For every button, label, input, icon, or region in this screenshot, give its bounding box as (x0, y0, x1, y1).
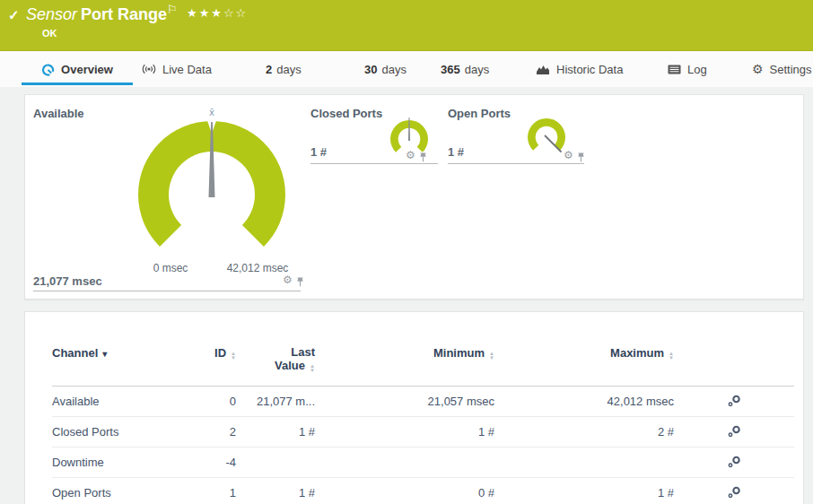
cell-id: 0 (187, 395, 236, 408)
column-header-value-label: Value (275, 359, 305, 372)
tab-2-days-number: 2 (266, 63, 272, 76)
tab-365-days-number: 365 (441, 63, 460, 76)
tab-30-days-label: days (381, 63, 406, 76)
gauge-open-ports-title: Open Ports (448, 107, 511, 120)
historic-chart-icon (536, 64, 550, 75)
column-header-minimum-label: Minimum (433, 346, 485, 360)
column-header-channel-label: Channel (52, 346, 98, 360)
table-row-downtime: Downtime -4 (52, 448, 794, 478)
gauge-pin-icon[interactable] (577, 152, 585, 162)
column-header-channel[interactable]: Channel▾ (52, 346, 187, 360)
gauge-divider (310, 163, 438, 164)
cell-last-value: 1 # (236, 425, 315, 439)
gauge-available-dial: x̄ (122, 100, 302, 280)
cell-maximum: 2 # (494, 425, 674, 439)
mean-marker: x̄ (209, 107, 214, 117)
tab-log[interactable]: Log (668, 51, 707, 87)
cell-channel: Open Ports (52, 486, 187, 500)
cell-channel: Downtime (52, 456, 187, 469)
column-header-last-label: Last (236, 345, 315, 359)
tab-overview[interactable]: Overview (22, 51, 133, 87)
table-row-open-ports: Open Ports 1 1 # 0 # 1 # (52, 478, 794, 504)
active-tab-underline (22, 83, 133, 85)
tab-365-days-label: days (465, 63, 489, 76)
channel-settings-icon[interactable] (727, 456, 742, 469)
sort-icon: ▲▼ (310, 364, 315, 373)
gauge-gear-icon[interactable]: ⚙ (564, 151, 573, 161)
sort-icon: ▲▼ (669, 352, 674, 361)
gauge-divider (33, 291, 301, 291)
gauge-gear-icon[interactable]: ⚙ (283, 275, 293, 285)
tab-2-days-label: days (276, 63, 301, 76)
status-check-icon: ✓ (8, 7, 20, 23)
log-list-icon (668, 65, 681, 74)
cell-minimum: 0 # (315, 486, 494, 500)
column-header-last-value[interactable]: Last Value▲▼ (236, 345, 315, 373)
tab-settings[interactable]: ⚙ Settings (752, 51, 812, 87)
cell-channel: Closed Ports (52, 425, 187, 439)
gauge-available-value: 21,077 msec (33, 274, 102, 288)
gauge-open-ports-dial (524, 113, 569, 158)
cell-minimum: 21,057 msec (315, 395, 494, 408)
tab-settings-label: Settings (770, 63, 812, 76)
gauge-open-ports-value: 1 # (448, 145, 464, 159)
cell-minimum: 1 # (315, 425, 494, 439)
gauge-closed-ports-title: Closed Ports (310, 107, 382, 120)
sensor-kind-label: Sensor (26, 5, 77, 24)
tab-30-days[interactable]: 30 days (364, 51, 406, 87)
channel-settings-icon[interactable] (727, 486, 742, 500)
column-header-id[interactable]: ID▲▼ (187, 346, 236, 361)
sort-desc-icon: ▾ (102, 349, 107, 359)
cell-id: 1 (187, 486, 236, 500)
gauge-gear-icon[interactable]: ⚙ (406, 151, 415, 161)
column-header-minimum[interactable]: Minimum▲▼ (315, 346, 494, 361)
tab-historic-data-label: Historic Data (556, 63, 623, 76)
column-header-id-label: ID (214, 346, 226, 360)
tab-30-days-number: 30 (364, 63, 377, 76)
priority-stars[interactable]: ★★★☆☆ (187, 6, 248, 20)
tab-bar: Overview Live Data 2 days 30 days 365 da… (0, 51, 813, 87)
live-data-icon (142, 64, 156, 74)
table-row-closed-ports: Closed Ports 2 1 # 1 # 2 # (52, 417, 794, 448)
gauge-min-label: 0 msec (144, 262, 197, 274)
settings-gear-icon: ⚙ (752, 65, 764, 74)
channels-card: Channel▾ ID▲▼ Last Value▲▼ Minimum▲▼ Max… (24, 311, 804, 504)
cell-last-value: 21,077 m... (236, 395, 315, 408)
flag-icon[interactable]: ⚐ (167, 3, 178, 16)
tab-overview-label: Overview (61, 63, 113, 76)
tab-live-data-label: Live Data (162, 63, 212, 76)
gauge-closed-ports-value: 1 # (310, 145, 327, 159)
column-header-maximum[interactable]: Maximum▲▼ (494, 346, 674, 361)
tab-365-days[interactable]: 365 days (441, 51, 489, 87)
cell-maximum: 1 # (494, 486, 674, 500)
gauge-open-ports-arc (528, 118, 565, 151)
cell-maximum: 42,012 msec (494, 395, 674, 408)
channel-settings-icon[interactable] (727, 395, 742, 408)
gauge-max-label: 42,012 msec (208, 262, 307, 274)
tab-historic-data[interactable]: Historic Data (536, 51, 623, 87)
page-background: { "header": { "status_icon": "✓", "kind"… (0, 0, 813, 504)
channels-table: Channel▾ ID▲▼ Last Value▲▼ Minimum▲▼ Max… (52, 346, 794, 504)
tab-live-data[interactable]: Live Data (142, 51, 212, 87)
overview-card: Available x̄ 0 msec 42,012 msec 21,077 m… (24, 94, 804, 300)
cell-channel: Available (52, 395, 187, 408)
gauge-divider (448, 163, 584, 164)
cell-last-value: 1 # (236, 486, 315, 500)
tab-log-label: Log (687, 63, 707, 76)
gauge-available-title: Available (33, 107, 84, 120)
tab-2-days[interactable]: 2 days (266, 51, 302, 87)
channel-settings-icon[interactable] (727, 425, 742, 439)
sensor-header: ✓ Sensor Port Range ⚐ ★★★☆☆ OK (0, 0, 813, 51)
cell-id: -4 (187, 456, 236, 469)
sensor-status-badge: OK (42, 28, 57, 39)
gauge-pin-icon[interactable] (419, 152, 427, 162)
cell-id: 2 (187, 425, 236, 439)
gauge-icon (41, 63, 55, 76)
sensor-title: Port Range (81, 5, 167, 24)
table-header-row: Channel▾ ID▲▼ Last Value▲▼ Minimum▲▼ Max… (52, 346, 794, 387)
gauge-pin-icon[interactable] (296, 277, 304, 287)
table-row-available: Available 0 21,077 m... 21,057 msec 42,0… (52, 387, 794, 417)
column-header-maximum-label: Maximum (610, 346, 664, 360)
